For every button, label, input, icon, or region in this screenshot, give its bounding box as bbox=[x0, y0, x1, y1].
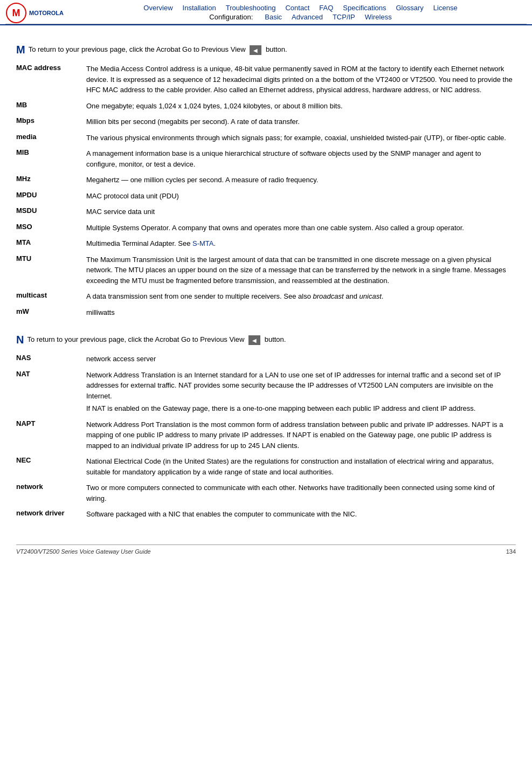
footer-page: 134 bbox=[506, 548, 516, 555]
list-item: NATNetwork Address Translation is an Int… bbox=[16, 368, 516, 417]
nav-troubleshooting[interactable]: Troubleshooting bbox=[226, 4, 276, 12]
header-rule bbox=[5, 24, 527, 24]
section-m-heading: M To return to your previous page, click… bbox=[16, 44, 516, 56]
nav-faq[interactable]: FAQ bbox=[319, 4, 333, 12]
prev-view-icon-n: ◀ bbox=[248, 335, 260, 345]
nav-row-1: Overview Installation Troubleshooting Co… bbox=[74, 4, 527, 12]
nav-contact[interactable]: Contact bbox=[285, 4, 309, 12]
list-item: MPDUMAC protocol data unit (PDU) bbox=[16, 189, 516, 205]
list-item: mWmilliwatts bbox=[16, 305, 516, 321]
list-item: MIBA management information base is a un… bbox=[16, 146, 516, 173]
list-item: NASnetwork access server bbox=[16, 351, 516, 368]
logo-area: M MOTOROLA bbox=[5, 2, 64, 24]
term-label: mW bbox=[16, 305, 86, 321]
term-label: MPDU bbox=[16, 189, 86, 205]
term-label: MHz bbox=[16, 173, 86, 189]
term-definition: A data transmission sent from one sender… bbox=[86, 289, 516, 305]
nav-advanced[interactable]: Advanced bbox=[292, 13, 323, 21]
term-definition: milliwatts bbox=[86, 305, 516, 321]
term-label: MTU bbox=[16, 252, 86, 290]
nav-links: Overview Installation Troubleshooting Co… bbox=[74, 4, 527, 22]
letter-m: M bbox=[16, 44, 25, 56]
section-m-text: To return to your previous page, click t… bbox=[29, 45, 287, 55]
nav-overview[interactable]: Overview bbox=[143, 4, 172, 12]
term-label: multicast bbox=[16, 289, 86, 305]
list-item: MTAMultimedia Terminal Adapter. See S-MT… bbox=[16, 236, 516, 252]
term-definition: A management information base is a uniqu… bbox=[86, 146, 516, 173]
term-definition: Network Address Translation is an Intern… bbox=[86, 368, 516, 417]
term-label: network driver bbox=[16, 507, 86, 523]
nav-basic[interactable]: Basic bbox=[265, 13, 282, 21]
nav-wireless[interactable]: Wireless bbox=[365, 13, 392, 21]
term-definition: Megahertz — one million cycles per secon… bbox=[86, 173, 516, 189]
term-label: MTA bbox=[16, 236, 86, 252]
term-definition: network access server bbox=[86, 351, 516, 368]
list-item: NAPTNetwork Address Port Translation is … bbox=[16, 417, 516, 454]
header: M MOTOROLA Overview Installation Trouble… bbox=[0, 0, 532, 25]
terms-n-table: NASnetwork access serverNATNetwork Addre… bbox=[16, 351, 516, 523]
term-label: NAS bbox=[16, 351, 86, 368]
list-item: MbpsMillion bits per second (megabits pe… bbox=[16, 114, 516, 130]
term-definition: Multiple Systems Operator. A company tha… bbox=[86, 220, 516, 237]
term-definition: The Maximum Transmission Unit is the lar… bbox=[86, 252, 516, 290]
prev-view-icon: ◀ bbox=[250, 45, 261, 55]
term-definition: Two or more computers connected to commu… bbox=[86, 480, 516, 507]
nav-glossary[interactable]: Glossary bbox=[396, 4, 424, 12]
nav-tcpip[interactable]: TCP/IP bbox=[333, 13, 355, 21]
top-nav: M MOTOROLA Overview Installation Trouble… bbox=[0, 0, 532, 24]
term-label: NAPT bbox=[16, 417, 86, 454]
term-definition: One megabyte; equals 1,024 x 1,024 bytes… bbox=[86, 99, 516, 115]
nav-specifications[interactable]: Specifications bbox=[343, 4, 386, 12]
term-definition: The Media Access Control address is a un… bbox=[86, 61, 516, 99]
term-label: NEC bbox=[16, 454, 86, 480]
term-definition: Million bits per second (megabits per se… bbox=[86, 114, 516, 130]
terms-m-table: MAC addressThe Media Access Control addr… bbox=[16, 61, 516, 321]
term-label: media bbox=[16, 130, 86, 147]
list-item: MTUThe Maximum Transmission Unit is the … bbox=[16, 252, 516, 290]
term-definition: MAC service data unit bbox=[86, 204, 516, 220]
footer: VT2400/VT2500 Series Voice Gateway User … bbox=[16, 544, 516, 558]
term-definition: The various physical environments throug… bbox=[86, 130, 516, 147]
term-definition: National Electrical Code (in the United … bbox=[86, 454, 516, 480]
term-label: MIB bbox=[16, 146, 86, 173]
brand-name: MOTOROLA bbox=[29, 10, 64, 16]
term-label: MB bbox=[16, 99, 86, 115]
term-label: MSO bbox=[16, 220, 86, 237]
svg-text:M: M bbox=[12, 8, 20, 18]
nav-row-2: Configuration: Basic Advanced TCP/IP Wir… bbox=[74, 13, 527, 21]
term-definition: Multimedia Terminal Adapter. See S-MTA. bbox=[86, 236, 516, 252]
list-item: MAC addressThe Media Access Control addr… bbox=[16, 61, 516, 99]
list-item: NECNational Electrical Code (in the Unit… bbox=[16, 454, 516, 480]
list-item: MHzMegahertz — one million cycles per se… bbox=[16, 173, 516, 189]
list-item: MBOne megabyte; equals 1,024 x 1,024 byt… bbox=[16, 99, 516, 115]
list-item: networkTwo or more computers connected t… bbox=[16, 480, 516, 507]
term-label: network bbox=[16, 480, 86, 507]
list-item: mediaThe various physical environments t… bbox=[16, 130, 516, 147]
content: M To return to your previous page, click… bbox=[0, 25, 532, 544]
list-item: MSOMultiple Systems Operator. A company … bbox=[16, 220, 516, 237]
list-item: multicastA data transmission sent from o… bbox=[16, 289, 516, 305]
term-label: MSDU bbox=[16, 204, 86, 220]
letter-n: N bbox=[16, 334, 24, 346]
term-definition: Software packaged with a NIC that enable… bbox=[86, 507, 516, 523]
footer-left: VT2400/VT2500 Series Voice Gateway User … bbox=[16, 548, 151, 555]
term-label: MAC address bbox=[16, 61, 86, 99]
section-n-text: To return to your previous page, click t… bbox=[27, 335, 286, 345]
motorola-logo-icon: M bbox=[5, 2, 27, 24]
definition-link[interactable]: S-MTA bbox=[192, 239, 213, 247]
list-item: MSDUMAC service data unit bbox=[16, 204, 516, 220]
section-n-heading: N To return to your previous page, click… bbox=[16, 334, 516, 346]
nav-license[interactable]: License bbox=[433, 4, 458, 12]
term-label: NAT bbox=[16, 368, 86, 417]
term-label: Mbps bbox=[16, 114, 86, 130]
term-definition: MAC protocol data unit (PDU) bbox=[86, 189, 516, 205]
term-definition: Network Address Port Translation is the … bbox=[86, 417, 516, 454]
config-label: Configuration: bbox=[209, 13, 253, 21]
list-item: network driverSoftware packaged with a N… bbox=[16, 507, 516, 523]
nav-installation[interactable]: Installation bbox=[183, 4, 216, 12]
